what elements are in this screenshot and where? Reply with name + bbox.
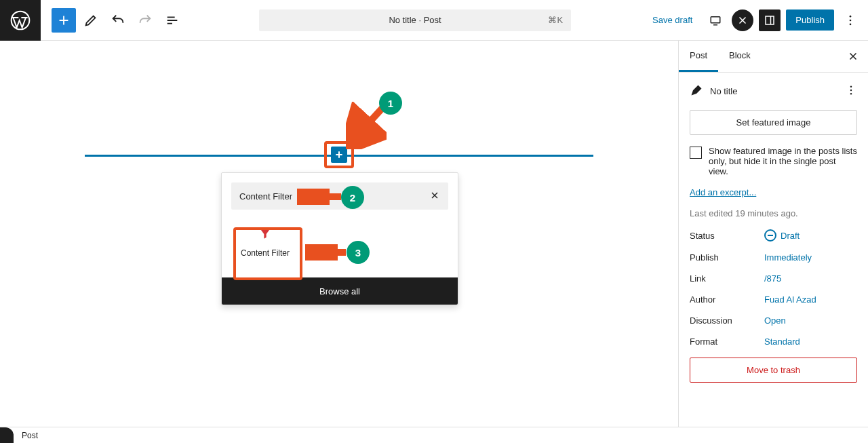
block-result-content-filter[interactable]: Content Filter [231,219,299,265]
meta-link[interactable]: Link /875 [690,273,857,284]
breadcrumb[interactable]: Post [22,431,38,440]
toggle-inserter-button[interactable] [52,8,76,33]
editor-header: No title · Post ⌘K Save draft Publish [0,0,868,41]
redo-button[interactable] [133,8,157,33]
svg-point-3 [850,15,852,17]
sidebar-tabs: Post Block [679,41,868,73]
meta-author[interactable]: Author Fuad Al Azad [690,294,857,305]
document-overview-button[interactable] [160,8,184,33]
block-insert-button[interactable] [331,147,347,163]
meta-discussion[interactable]: Discussion Open [690,315,857,326]
edit-tool-button[interactable] [79,8,103,33]
block-search-field[interactable] [231,182,448,210]
settings-sidebar: Post Block No title Set featured image S… [678,41,868,427]
status-dot-icon [764,229,776,242]
set-featured-image-button[interactable]: Set featured image [690,110,857,135]
svg-point-4 [850,19,852,21]
editor-canvas[interactable]: 1 Content Filter Browse all [0,41,678,427]
sidebar-post-title: No title [710,86,737,96]
publish-button[interactable]: Publish [786,9,834,31]
browse-all-button[interactable]: Browse all [222,277,458,305]
post-actions-button[interactable] [845,84,857,98]
pen-icon [690,83,703,99]
featured-visibility-checkbox[interactable]: Show featured image in the posts lists o… [690,146,857,176]
meta-status[interactable]: Status Draft [690,229,857,242]
close-sidebar-button[interactable] [844,47,863,66]
undo-button[interactable] [106,8,130,33]
tab-block[interactable]: Block [718,41,762,72]
more-options-button[interactable] [840,9,861,31]
svg-point-14 [850,93,852,94]
add-excerpt-link[interactable]: Add an excerpt... [690,187,857,197]
annotation-number-1: 1 [379,92,402,115]
svg-line-7 [354,107,383,139]
funnel-icon [258,227,272,243]
checkbox-icon [690,147,702,159]
svg-point-5 [850,23,852,25]
block-search-input[interactable] [239,191,429,201]
settings-sidebar-button[interactable] [759,9,781,31]
document-title-bar[interactable]: No title · Post ⌘K [259,9,571,31]
plugin-icon[interactable] [732,9,753,31]
annotation-arrow-1 [346,102,387,149]
svg-rect-2 [766,16,774,24]
move-to-trash-button[interactable]: Move to trash [690,358,857,383]
svg-point-13 [850,90,852,91]
editor-footer: Post [0,427,868,443]
clear-search-icon[interactable] [429,190,440,203]
tab-post[interactable]: Post [679,41,718,72]
svg-rect-1 [711,16,721,22]
wp-logo[interactable] [0,0,41,41]
meta-format[interactable]: Format Standard [690,336,857,347]
meta-publish[interactable]: Publish Immediately [690,252,857,263]
block-inserter-popover: Content Filter Browse all [221,172,458,305]
last-edited-text: Last edited 19 minutes ago. [690,208,857,218]
svg-point-12 [850,86,852,88]
command-shortcut: ⌘K [548,15,563,25]
save-draft-button[interactable]: Save draft [646,11,699,29]
document-title: No title · Post [389,15,441,25]
featured-visibility-label: Show featured image in the posts lists o… [709,146,857,176]
block-result-label: Content Filter [241,248,290,258]
view-desktop-button[interactable] [705,9,726,31]
